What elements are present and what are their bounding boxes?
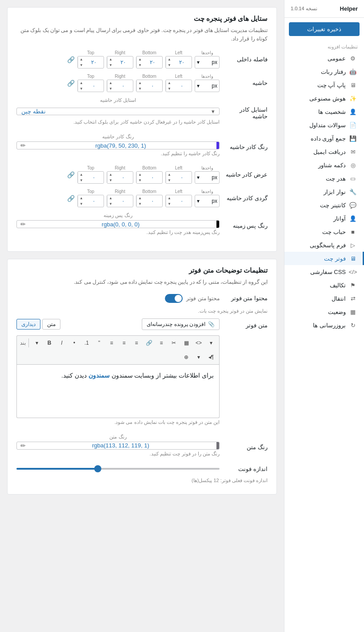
bottom-margin-input[interactable]: ۰ ▲ ▼ <box>136 80 163 92</box>
top-br-input[interactable]: ۰ ▲ ▼ <box>77 195 104 207</box>
right-br-input[interactable]: ۰ ▲ ▼ <box>107 195 133 207</box>
link-border-radius-icon[interactable]: 🔗 <box>67 195 75 202</box>
sidebar-item-updates[interactable]: ↻ بروزرسانی ها <box>284 318 364 332</box>
toolbar-add-btn[interactable]: ⊕ <box>181 352 192 362</box>
unit-dropdown-spacing[interactable]: px ▾ <box>195 56 220 68</box>
bottom-spacing-down[interactable]: ▼ <box>137 62 143 68</box>
left-spacing-input[interactable]: ۲۰ ▲ ▼ <box>165 56 192 68</box>
link-margin-icon[interactable]: 🔗 <box>67 80 75 87</box>
sidebar-item-avatar[interactable]: 👤 آواتار <box>284 212 364 225</box>
top-spacing-down[interactable]: ▼ <box>78 62 84 68</box>
top-spacing-input[interactable]: ۲۰ ▲ ▼ <box>77 56 104 68</box>
tab-visual[interactable]: دیداری <box>16 319 40 330</box>
unit-dropdown-margin[interactable]: px ▾ <box>195 80 220 92</box>
sidebar-item-data-collection[interactable]: 💾 جمع آوری داده <box>284 132 364 145</box>
upload-media-button[interactable]: 📎 افزودن پرونده‌ چندرسانه‌ای <box>142 318 220 330</box>
toolbar-link-btn[interactable]: 🔗 <box>144 338 154 348</box>
bottom-margin-up[interactable]: ▲ <box>137 80 143 86</box>
sidebar-item-toolbar[interactable]: 🔧 نوار ابزار <box>284 185 364 198</box>
toolbar-more-btn[interactable]: ▾ <box>32 338 42 348</box>
top-br-down[interactable]: ▼ <box>78 201 84 207</box>
tab-text[interactable]: متن <box>42 319 60 330</box>
sidebar-item-ai[interactable]: ✨ هوش مصنوعی <box>284 92 364 105</box>
bottom-spacing-up[interactable]: ▲ <box>137 56 143 62</box>
sidebar-item-css[interactable]: </> CSS سفارشی <box>284 265 364 278</box>
toolbar-align-center-btn[interactable]: ≡ <box>119 338 129 348</box>
top-margin-up[interactable]: ▲ <box>78 80 84 86</box>
left-bw-up[interactable]: ▲ <box>166 172 172 177</box>
top-bw-up[interactable]: ▲ <box>78 172 84 177</box>
right-bw-input[interactable]: ۰ ▲ ▼ <box>107 171 133 184</box>
right-spacing-input[interactable]: ۲۰ ▲ ▼ <box>107 56 133 68</box>
toolbar-quote-btn[interactable]: " <box>94 338 104 348</box>
toolbar-align-left-btn[interactable]: ≡ <box>106 338 117 348</box>
sidebar-item-status[interactable]: ▦ وضعیت <box>284 305 364 318</box>
pencil-icon[interactable]: ✏ <box>20 142 26 149</box>
bg-color-input[interactable]: rgba(0, 0, 0, 0) ✏ <box>16 220 220 228</box>
left-margin-up[interactable]: ▲ <box>166 80 172 86</box>
left-margin-down[interactable]: ▼ <box>166 86 172 92</box>
top-margin-input[interactable]: ۰ ▲ ▼ <box>77 80 104 92</box>
top-br-up[interactable]: ▲ <box>78 195 84 201</box>
sidebar-item-footer-chat[interactable]: 🖥 فوتر چت <box>284 252 364 265</box>
right-br-up[interactable]: ▲ <box>108 195 114 201</box>
toolbar-list2-btn[interactable]: ≡ <box>156 338 167 348</box>
link-spacing-icon[interactable]: 🔗 <box>67 56 75 63</box>
unit-dropdown-border-width[interactable]: px ▾ <box>195 171 220 184</box>
sidebar-item-characters[interactable]: 👤 شخصیت ها <box>284 105 364 118</box>
bottom-br-up[interactable]: ▲ <box>137 195 143 201</box>
sidebar-item-bot-behavior[interactable]: 🤖 رفتار ربات <box>284 65 364 78</box>
pencil-icon[interactable]: ✏ <box>20 221 26 228</box>
font-size-slider[interactable] <box>16 468 220 470</box>
bottom-spacing-input[interactable]: ۲۰ ▲ ▼ <box>136 56 163 68</box>
left-spacing-down[interactable]: ▼ <box>166 62 172 68</box>
toolbar-dropdown2-btn[interactable]: ▾ <box>193 352 204 362</box>
top-bw-input[interactable]: ۰ ▲ ▼ <box>77 171 104 184</box>
toolbar-align-right-btn[interactable]: ≡ <box>131 338 142 348</box>
sidebar-item-response-form[interactable]: ▷ فرم پاسخگویی <box>284 238 364 252</box>
toolbar-code-btn[interactable]: <> <box>193 338 204 348</box>
toolbar-rtl-btn[interactable]: ¶◂ <box>206 352 216 362</box>
unit-dropdown-border-radius[interactable]: px ▾ <box>195 195 220 207</box>
right-spacing-down[interactable]: ▼ <box>108 62 114 68</box>
toolbar-italic-btn[interactable]: I <box>56 338 67 348</box>
right-br-down[interactable]: ▼ <box>108 201 114 207</box>
toolbar-ol-btn[interactable]: 1. <box>81 338 92 348</box>
sidebar-item-chat-bubble[interactable]: ■ حباب چت <box>284 225 364 238</box>
sidebar-item-transfer[interactable]: ⇄ انتقال <box>284 292 364 305</box>
bottom-margin-down[interactable]: ▼ <box>137 86 143 92</box>
sidebar-item-general[interactable]: ⚙ عمومی <box>284 52 364 65</box>
toolbar-table-btn[interactable]: ▦ <box>181 338 192 348</box>
top-margin-down[interactable]: ▼ <box>78 86 84 92</box>
toolbar-dropdown-btn[interactable]: ▾ <box>206 338 216 348</box>
toolbar-bold-btn[interactable]: B <box>44 338 55 348</box>
sidebar-item-header-chat[interactable]: ▭ هدر چت <box>284 172 364 185</box>
right-margin-input[interactable]: ۰ ▲ ▼ <box>107 80 133 92</box>
left-br-down[interactable]: ▼ <box>166 201 172 207</box>
left-br-input[interactable]: ۰ ▲ ▼ <box>165 195 192 207</box>
bottom-br-input[interactable]: ۰ ▲ ▼ <box>136 195 163 207</box>
bottom-bw-up[interactable]: ▲ <box>137 172 143 177</box>
left-spacing-up[interactable]: ▲ <box>166 56 172 62</box>
right-bw-up[interactable]: ▲ <box>108 172 114 177</box>
bottom-bw-down[interactable]: ▼ <box>137 177 143 183</box>
editor-body[interactable]: برای اطلاعات بیشتر از وبسایت سمندون سمند… <box>16 365 220 418</box>
sidebar-item-popup-chat[interactable]: 🖥 پاپ آپ چت <box>284 78 364 92</box>
left-bw-down[interactable]: ▼ <box>166 177 172 183</box>
sidebar-item-faq[interactable]: 📄 سوالات متداول <box>284 118 364 132</box>
sidebar-item-email[interactable]: ✉ دریافت ایمیل <box>284 145 364 158</box>
bottom-bw-input[interactable]: ۰ ▲ ▼ <box>136 171 163 184</box>
font-size-thumb[interactable] <box>94 465 101 472</box>
toolbar-special-btn[interactable]: ✂ <box>168 338 179 348</box>
sidebar-item-chat-container[interactable]: 💬 کانتینر چت <box>284 198 364 212</box>
border-style-dropdown[interactable]: ▾ نقطه چین <box>16 108 220 115</box>
right-spacing-up[interactable]: ▲ <box>108 56 114 62</box>
sidebar-item-scroll-button[interactable]: ◎ دکمه شناور <box>284 158 364 172</box>
left-margin-input[interactable]: ۰ ▲ ▼ <box>165 80 192 92</box>
border-color-input[interactable]: rgba(79, 50, 230, 1) ✏ <box>16 141 220 149</box>
pencil-icon[interactable]: ✏ <box>20 442 26 449</box>
top-spacing-up[interactable]: ▲ <box>78 56 84 62</box>
toolbar-ul-btn[interactable]: • <box>69 338 80 348</box>
right-margin-up[interactable]: ▲ <box>108 80 114 86</box>
right-margin-down[interactable]: ▼ <box>108 86 114 92</box>
